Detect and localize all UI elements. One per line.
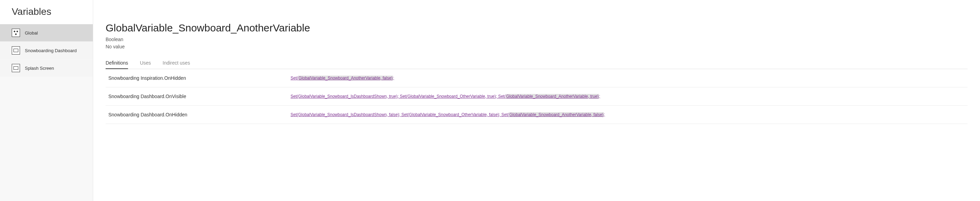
sidebar-item-snowboarding-dashboard[interactable]: Snowboarding Dashboard bbox=[0, 42, 93, 59]
variable-title: GlobalVariable_Snowboard_AnotherVariable bbox=[106, 22, 967, 34]
definition-source: Snowboarding Dashboard.OnVisible bbox=[108, 94, 291, 99]
screen-icon bbox=[12, 46, 20, 54]
sidebar-title: Variables bbox=[0, 0, 93, 24]
svg-rect-0 bbox=[13, 30, 16, 32]
sidebar-item-splash-screen[interactable]: Splash Screen bbox=[0, 59, 93, 77]
sidebar: Variables Global Snowboarding Dashboard … bbox=[0, 0, 93, 201]
svg-rect-2 bbox=[15, 33, 17, 35]
tab-uses[interactable]: Uses bbox=[140, 60, 151, 69]
variable-value: No value bbox=[106, 43, 967, 50]
svg-rect-3 bbox=[14, 49, 18, 52]
variable-type: Boolean bbox=[106, 36, 967, 43]
screen-icon bbox=[12, 64, 20, 72]
svg-rect-4 bbox=[14, 67, 18, 70]
definition-source: Snowboarding Dashboard.OnHidden bbox=[108, 112, 291, 117]
main-content: GlobalVariable_Snowboard_AnotherVariable… bbox=[93, 0, 980, 201]
definition-formula[interactable]: Set(GlobalVariable_Snowboard_IsDashboard… bbox=[291, 94, 600, 99]
definition-row: Snowboarding Dashboard.OnVisible Set(Glo… bbox=[106, 88, 967, 106]
definition-row: Snowboarding Dashboard.OnHidden Set(Glob… bbox=[106, 106, 967, 124]
global-icon bbox=[12, 29, 20, 37]
tab-indirect-uses[interactable]: Indirect uses bbox=[162, 60, 190, 69]
svg-rect-1 bbox=[16, 30, 18, 32]
definition-formula[interactable]: Set(GlobalVariable_Snowboard_IsDashboard… bbox=[291, 112, 605, 117]
sidebar-item-label: Snowboarding Dashboard bbox=[25, 48, 76, 53]
sidebar-item-global[interactable]: Global bbox=[0, 24, 93, 41]
definition-formula[interactable]: Set(GlobalVariable_Snowboard_AnotherVari… bbox=[291, 76, 394, 80]
sidebar-item-label: Splash Screen bbox=[25, 65, 54, 71]
definition-source: Snowboarding Inspiration.OnHidden bbox=[108, 75, 291, 81]
sidebar-item-label: Global bbox=[25, 30, 38, 35]
tab-definitions[interactable]: Definitions bbox=[106, 60, 128, 69]
tabs: Definitions Uses Indirect uses bbox=[106, 60, 967, 69]
definition-row: Snowboarding Inspiration.OnHidden Set(Gl… bbox=[106, 69, 967, 88]
